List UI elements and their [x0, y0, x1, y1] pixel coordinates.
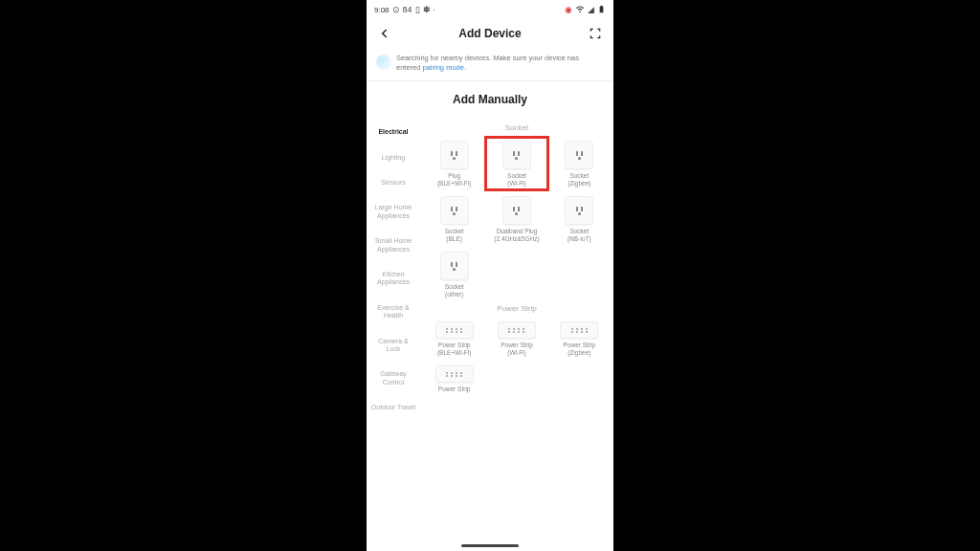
searching-text: Searching for nearby devices. Make sure … — [396, 54, 604, 73]
outlet-icon — [576, 151, 583, 160]
socket-icon — [440, 252, 469, 280]
strip-icon — [571, 328, 588, 333]
device-tile[interactable]: Dualband Plug (2.4GHz&5GHz) — [486, 193, 546, 245]
socket-icon — [502, 141, 531, 169]
bottom-bar — [367, 540, 613, 551]
scan-icon — [589, 27, 602, 40]
device-label: Socket (NB-IoT) — [568, 228, 591, 243]
device-label: Socket (Zigbee) — [568, 172, 590, 187]
outlet-icon — [513, 151, 520, 160]
sidebar-item-small-home-appliances[interactable]: Small Home Appliances — [367, 229, 420, 262]
powerstrip-icon — [435, 365, 474, 383]
device-label: Plug (BLE+Wi-Fi) — [437, 172, 472, 187]
device-tile[interactable]: Socket (Wi-Fi) — [486, 138, 546, 189]
sidebar-item-exercise-health[interactable]: Exercise & Health — [367, 296, 420, 329]
phone-icon: ▯ — [415, 5, 420, 14]
device-browser: ElectricalLightingSensorsLarge Home Appl… — [367, 116, 613, 540]
group-title: Socket — [424, 120, 610, 138]
outlet-icon — [451, 151, 457, 160]
device-grid: Plug (BLE+Wi-Fi)Socket (Wi-Fi)Socket (Zi… — [424, 138, 610, 300]
scan-button[interactable] — [587, 25, 604, 42]
back-button[interactable] — [376, 25, 393, 42]
socket-icon — [440, 141, 469, 169]
status-time: 9:08 — [374, 6, 390, 14]
alert-icon: ◉ — [565, 5, 572, 14]
status-right: ◉ ◢ — [565, 4, 606, 16]
device-tile[interactable]: Plug (BLE+Wi-Fi) — [424, 138, 484, 189]
status-left: 9:08 ⊙ 84 ▯ ✽ · — [374, 5, 435, 14]
device-label: Power Strip — [438, 386, 471, 401]
sidebar-item-kitchen-appliances[interactable]: Kitchen Appliances — [367, 262, 420, 296]
socket-icon — [440, 196, 469, 225]
nav-bar: Add Device — [367, 19, 613, 48]
socket-icon — [502, 196, 531, 225]
device-label: Power Strip (Wi-Fi) — [501, 342, 533, 357]
device-tile[interactable]: Power Strip (Zigbee) — [549, 319, 610, 359]
home-indicator[interactable] — [461, 544, 519, 547]
sidebar-item-lighting[interactable]: Lighting — [367, 145, 420, 170]
socket-icon — [565, 196, 593, 225]
status-bar: 9:08 ⊙ 84 ▯ ✽ · ◉ ◢ — [367, 0, 613, 19]
sidebar-item-gateway-control[interactable]: Gateway Control — [367, 362, 420, 395]
device-tile[interactable]: Power Strip (BLE+Wi-Fi) — [424, 319, 484, 359]
pairing-mode-link[interactable]: pairing mode. — [423, 63, 466, 72]
add-manually-heading: Add Manually — [367, 81, 613, 116]
sidebar-item-sensors[interactable]: Sensors — [367, 170, 420, 195]
group-title: Power Strip — [424, 300, 610, 319]
outlet-icon — [451, 262, 457, 271]
device-tile[interactable]: Socket (other) — [424, 249, 484, 300]
powerstrip-icon — [498, 321, 536, 339]
device-tile[interactable]: Power Strip — [424, 363, 484, 403]
sidebar-item-outdoor-travel[interactable]: Outdoor Travel — [367, 395, 420, 420]
socket-icon — [565, 141, 593, 169]
battery-num: 84 — [403, 5, 412, 14]
device-label: Socket (Wi-Fi) — [507, 172, 526, 187]
device-tile[interactable]: Socket (NB-IoT) — [549, 193, 610, 245]
page-title: Add Device — [458, 27, 521, 40]
strip-icon — [446, 328, 462, 333]
device-label: Socket (other) — [445, 283, 464, 298]
device-grid: Power Strip (BLE+Wi-Fi)Power Strip (Wi-F… — [424, 319, 610, 403]
phone-frame: 9:08 ⊙ 84 ▯ ✽ · ◉ ◢ Add Device — [367, 0, 613, 551]
wifi-icon — [575, 4, 585, 15]
outlet-icon — [451, 207, 457, 215]
device-content: SocketPlug (BLE+Wi-Fi)Socket (Wi-Fi)Sock… — [420, 116, 613, 540]
searching-banner: Searching for nearby devices. Make sure … — [367, 48, 613, 81]
device-label: Dualband Plug (2.4GHz&5GHz) — [494, 228, 539, 243]
battery-icon — [597, 4, 606, 16]
bt-icon: ✽ — [423, 5, 431, 14]
sidebar-item-electrical[interactable]: Electrical — [367, 120, 420, 144]
device-label: Socket (BLE) — [445, 228, 464, 243]
notif-icon: ⊙ — [392, 5, 400, 14]
device-tile[interactable]: Socket (Zigbee) — [549, 138, 610, 189]
signal-icon: ◢ — [588, 5, 594, 14]
radar-icon — [376, 55, 391, 70]
device-label: Power Strip (BLE+Wi-Fi) — [437, 342, 472, 357]
sidebar-item-large-home-appliances[interactable]: Large Home Appliances — [367, 195, 420, 229]
outlet-icon — [576, 207, 583, 215]
chevron-left-icon — [378, 27, 391, 40]
device-label: Power Strip (Zigbee) — [564, 342, 596, 357]
powerstrip-icon — [435, 321, 474, 339]
powerstrip-icon — [560, 321, 598, 339]
outlet-icon — [513, 207, 520, 215]
device-tile[interactable]: Power Strip (Wi-Fi) — [486, 319, 546, 359]
dot-icon: · — [434, 5, 436, 14]
device-tile[interactable]: Socket (BLE) — [424, 193, 484, 245]
strip-icon — [508, 328, 524, 333]
sidebar-item-camera-lock[interactable]: Camera & Lock — [367, 329, 420, 363]
strip-icon — [446, 372, 462, 377]
category-sidebar: ElectricalLightingSensorsLarge Home Appl… — [367, 116, 420, 540]
